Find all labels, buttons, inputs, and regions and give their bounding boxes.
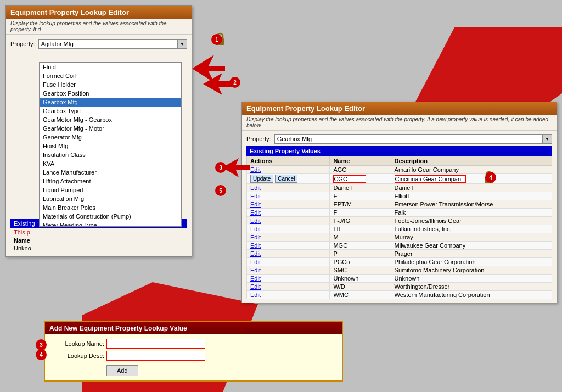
callout-3-left: 3: [215, 162, 226, 173]
col-header-actions: Actions: [247, 156, 330, 166]
edit-link-p[interactable]: Edit: [250, 250, 261, 257]
table-row: EditUnknownUnknown: [247, 275, 552, 283]
dropdown-item-gearmotor-motor[interactable]: GearMotor Mfg - Motor: [40, 124, 181, 133]
left-editor-panel: Equipment Property Lookup Editor Display…: [5, 5, 192, 257]
edit-link-daniell[interactable]: Edit: [250, 184, 261, 191]
name-input-cgc[interactable]: [333, 175, 366, 183]
dropdown-item-generator-mfg[interactable]: Generator Mfg: [40, 133, 181, 142]
select-arrow-right[interactable]: ▼: [542, 134, 552, 144]
right-editor-panel: Equipment Property Lookup Editor Display…: [241, 102, 557, 303]
table-row: EditEElliott: [247, 192, 552, 200]
add-panel-title: Add New Equipment Property Lookup Value: [49, 324, 187, 332]
dropdown-item-lifting-attachment[interactable]: Lifting Attachment: [40, 177, 181, 186]
right-panel-header: Equipment Property Lookup Editor: [242, 102, 557, 115]
dropdown-item-main-breaker-poles[interactable]: Main Breaker Poles: [40, 203, 181, 212]
lookup-desc-input[interactable]: [106, 351, 205, 361]
callout-circle-4-bottom: 4: [36, 349, 47, 360]
edit-link-agc[interactable]: Edit: [250, 166, 261, 173]
edit-link-e[interactable]: Edit: [250, 193, 261, 199]
status-this-property: This p: [10, 228, 187, 236]
edit-link-f[interactable]: Edit: [250, 209, 261, 216]
table-header-row: Actions Name Description: [247, 156, 552, 166]
callout-circle-5: 5: [215, 185, 226, 196]
dropdown-item-meter-reading[interactable]: Meter Reading Type: [40, 221, 181, 227]
lookup-name-row: Lookup Name:: [49, 339, 338, 349]
callout-1: 1: [211, 34, 222, 45]
action-cell: Edit: [247, 166, 330, 174]
table-row: EditFFalk: [247, 209, 552, 217]
lookup-name-input[interactable]: [106, 339, 205, 349]
dropdown-item-gearbox-type[interactable]: Gearbox Type: [40, 107, 181, 115]
edit-link-pgco[interactable]: Edit: [250, 259, 261, 265]
callout-3-bottom: 3: [36, 339, 47, 350]
property-label: Property:: [10, 41, 35, 47]
property-row: Property: Agitator Mfg ▼: [10, 39, 187, 49]
table-row: EditWMCWestern Manufacturing Corporation: [247, 291, 552, 299]
edit-link-eptm[interactable]: Edit: [250, 201, 261, 208]
callout-circle-3-bottom: 3: [36, 339, 47, 350]
callout-4-right: 4: [485, 172, 496, 183]
action-cell-cgc: Update Cancel: [247, 174, 330, 184]
table-row: EditSMCSumitomo Machinery Corporation: [247, 266, 552, 275]
callout-circle-1: 1: [211, 34, 222, 45]
dropdown-item-gearbox-mfg[interactable]: Gearbox Mfg: [40, 98, 181, 107]
desc-input-cgc[interactable]: [395, 175, 466, 183]
edit-link-mgc[interactable]: Edit: [250, 242, 261, 249]
dropdown-item-fluid[interactable]: Fluid: [40, 63, 181, 71]
dropdown-item-formed-coil[interactable]: Formed Coil: [40, 71, 181, 80]
property-select-left[interactable]: Agitator Mfg: [38, 39, 187, 49]
edit-link-m[interactable]: Edit: [250, 234, 261, 240]
dropdown-item-insulation-class[interactable]: Insulation Class: [40, 150, 181, 159]
update-button-cgc[interactable]: Update: [250, 175, 273, 183]
right-panel-subtitle: Display the lookup properties and the va…: [242, 115, 557, 131]
edit-link-unknown[interactable]: Edit: [250, 275, 261, 282]
edit-link-smc[interactable]: Edit: [250, 267, 261, 273]
cancel-button-cgc[interactable]: Cancel: [275, 175, 297, 183]
desc-cell-agc: Amarillo Gear Company: [391, 166, 552, 174]
add-panel: Add New Equipment Property Lookup Value …: [44, 321, 343, 382]
dropdown-item-kva[interactable]: KVA: [40, 159, 181, 168]
table-row-editing: Update Cancel: [247, 174, 552, 184]
edit-link-fjig[interactable]: Edit: [250, 217, 261, 224]
add-panel-header: Add New Equipment Property Lookup Value: [45, 322, 342, 334]
dropdown-item-gearmotor-gearbox[interactable]: GearMotor Mfg - Gearbox: [40, 115, 181, 124]
svg-marker-2: [222, 158, 250, 177]
dropdown-item-fuse-holder[interactable]: Fuse Holder: [40, 80, 181, 89]
table-row: EditMMurray: [247, 233, 552, 242]
add-panel-body: Lookup Name: Lookup Desc: Add: [45, 334, 342, 380]
table-row: EditW/DWorthington/Dresser: [247, 283, 552, 291]
dropdown-item-hoist-mfg[interactable]: Hoist Mfg: [40, 142, 181, 150]
desc-cell-cgc: [391, 174, 552, 184]
edit-link-lii[interactable]: Edit: [250, 226, 261, 232]
callout-2: 2: [229, 77, 240, 88]
left-panel-header: Equipment Property Lookup Editor: [6, 6, 192, 19]
right-panel-title: Equipment Property Lookup Editor: [246, 104, 365, 113]
dropdown-item-gearbox-position[interactable]: Gearbox Position: [40, 89, 181, 98]
dropdown-list: Fluid Formed Coil Fuse Holder Gearbox Po…: [39, 62, 182, 227]
property-select-container: Agitator Mfg ▼: [38, 39, 187, 49]
status-unknown: Unkno: [10, 244, 187, 252]
col-header-description: Description: [391, 156, 552, 166]
callout-4-bottom: 4: [36, 349, 47, 360]
table-row: EditPPrager: [247, 250, 552, 258]
lookup-name-label: Lookup Name:: [49, 340, 104, 347]
col-header-name: Name: [330, 156, 391, 166]
select-arrow-left[interactable]: ▼: [177, 39, 187, 49]
callout-circle-2: 2: [229, 77, 240, 88]
property-select-right[interactable]: Gearbox Mfg: [274, 134, 552, 144]
dropdown-item-lubrication-mfg[interactable]: Lubrication Mfg: [40, 194, 181, 203]
lookup-desc-label: Lookup Desc:: [49, 352, 104, 359]
data-table: Actions Name Description Edit AGC Amaril…: [246, 156, 552, 299]
right-property-row: Property: Gearbox Mfg ▼: [246, 134, 552, 144]
table-row: EditLIILufkin Industries, Inc.: [247, 225, 552, 233]
lookup-desc-row: Lookup Desc:: [49, 351, 338, 361]
table-row: EditPGCoPhiladelphia Gear Corporation: [247, 258, 552, 266]
edit-link-wd[interactable]: Edit: [250, 283, 261, 290]
add-button[interactable]: Add: [106, 365, 138, 376]
dropdown-item-materials[interactable]: Materials of Construction (Pump): [40, 212, 181, 221]
dropdown-item-lance-manufacturer[interactable]: Lance Manufacturer: [40, 168, 181, 177]
dropdown-item-liquid-pumped[interactable]: Liquid Pumped: [40, 186, 181, 194]
red-arrow-3: [222, 158, 250, 179]
status-name: Name: [10, 237, 187, 244]
edit-link-wmc[interactable]: Edit: [250, 292, 261, 298]
